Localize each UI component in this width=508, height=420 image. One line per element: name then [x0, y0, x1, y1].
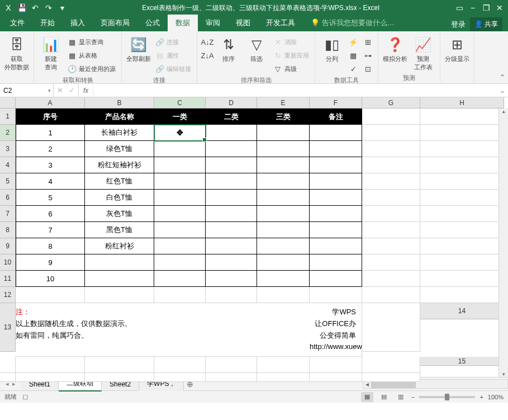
cell[interactable]: [310, 238, 362, 254]
cell[interactable]: [206, 287, 257, 303]
header-cat2[interactable]: 二类: [206, 108, 257, 125]
header-note[interactable]: 备注: [310, 108, 362, 125]
advanced-filter-button[interactable]: ▽高级: [272, 63, 310, 75]
cell[interactable]: [206, 254, 257, 271]
col-E[interactable]: E: [257, 97, 310, 108]
zoom-out-button[interactable]: −: [411, 394, 415, 400]
cell-A8[interactable]: 7: [16, 222, 85, 238]
header-cat3[interactable]: 三类: [257, 108, 310, 125]
cell-B11[interactable]: [85, 271, 154, 287]
cell-D2[interactable]: [206, 125, 257, 141]
view-pagebreak-button[interactable]: ▥: [395, 392, 407, 402]
cell-B4[interactable]: 粉红短袖衬衫: [85, 157, 154, 173]
filter-button[interactable]: ▽筛选: [244, 34, 269, 63]
header-cat1[interactable]: 一类: [154, 108, 206, 125]
cell[interactable]: [154, 206, 206, 222]
row-10[interactable]: 10: [0, 254, 16, 271]
cell[interactable]: [362, 287, 420, 303]
cell[interactable]: [257, 238, 310, 254]
cell[interactable]: [257, 254, 310, 271]
cell[interactable]: [154, 287, 206, 303]
spreadsheet-grid[interactable]: A B C D E F G H 1 序号 产品名称 一类 二类 三类 备注 2 …: [0, 97, 508, 382]
cell[interactable]: [362, 271, 420, 287]
collapse-ribbon-button[interactable]: ⌃: [497, 31, 508, 83]
formula-input[interactable]: [93, 84, 497, 97]
cell-A6[interactable]: 5: [16, 190, 85, 206]
macro-record-icon[interactable]: ▢: [22, 393, 28, 400]
cell-A11[interactable]: 10: [16, 271, 85, 287]
row-4[interactable]: 4: [0, 157, 16, 173]
row-9[interactable]: 9: [0, 238, 16, 254]
row-5[interactable]: 5: [0, 173, 16, 190]
col-H[interactable]: H: [420, 97, 504, 108]
recent-sources-button[interactable]: 🕐最近使用的源: [67, 63, 117, 75]
cell[interactable]: [154, 271, 206, 287]
remove-dup-button[interactable]: ▦: [348, 49, 359, 62]
cell[interactable]: [257, 141, 310, 157]
tab-dev[interactable]: 开发工具: [258, 15, 303, 31]
cell[interactable]: [257, 271, 310, 287]
tab-view[interactable]: 视图: [228, 15, 258, 31]
view-normal-button[interactable]: ▦: [361, 392, 373, 402]
flash-fill-button[interactable]: ⚡: [348, 36, 359, 48]
text-to-columns-button[interactable]: ▮▯分列: [320, 34, 344, 63]
expand-formula-button[interactable]: ⌄: [497, 84, 508, 97]
cell-A5[interactable]: 4: [16, 173, 85, 190]
tellme-input[interactable]: 💡 告诉我您想要做什么…: [303, 15, 402, 31]
cell-B7[interactable]: 灰色T恤: [85, 206, 154, 222]
cell[interactable]: [257, 157, 310, 173]
new-query-button[interactable]: 📊新建 查询: [39, 34, 63, 72]
restore-button[interactable]: ❐: [480, 2, 492, 14]
manage-model-button[interactable]: ⊡: [362, 63, 373, 75]
col-D[interactable]: D: [206, 97, 257, 108]
cell[interactable]: [154, 254, 206, 271]
cell[interactable]: [420, 108, 504, 125]
header-name[interactable]: 产品名称: [85, 108, 154, 125]
cell[interactable]: [257, 222, 310, 238]
cell[interactable]: [310, 254, 362, 271]
cell-B6[interactable]: 白色T恤: [85, 190, 154, 206]
cell[interactable]: [420, 238, 504, 254]
cell-A4[interactable]: 3: [16, 157, 85, 173]
cell[interactable]: [362, 157, 420, 173]
row-6[interactable]: 6: [0, 190, 16, 206]
cell[interactable]: [154, 173, 206, 190]
cell-A2[interactable]: 1: [16, 125, 85, 141]
cell[interactable]: [420, 141, 504, 157]
cell-F2[interactable]: [310, 125, 362, 141]
cell[interactable]: [85, 373, 154, 382]
cell[interactable]: [420, 271, 504, 287]
cell[interactable]: [362, 238, 420, 254]
cell[interactable]: [420, 254, 504, 271]
cell[interactable]: [154, 357, 206, 373]
select-all-corner[interactable]: [0, 97, 16, 108]
zoom-in-button[interactable]: +: [479, 394, 483, 400]
zoom-level[interactable]: 100%: [488, 394, 504, 400]
view-layout-button[interactable]: ▤: [378, 392, 390, 402]
cell[interactable]: [154, 190, 206, 206]
cell-B2[interactable]: 长袖白衬衫: [85, 125, 154, 141]
cell[interactable]: [206, 190, 257, 206]
col-G[interactable]: G: [362, 97, 420, 108]
cell[interactable]: [206, 271, 257, 287]
cell[interactable]: [362, 108, 420, 125]
header-seq[interactable]: 序号: [16, 108, 85, 125]
cell[interactable]: [206, 141, 257, 157]
cell[interactable]: [206, 206, 257, 222]
cell[interactable]: [0, 357, 16, 373]
cell[interactable]: [85, 357, 154, 373]
sort-za-button[interactable]: Z↓A: [202, 49, 213, 62]
row-12[interactable]: 12: [0, 287, 16, 303]
sort-button[interactable]: ⇅排序: [216, 34, 241, 63]
row-15[interactable]: 15: [420, 357, 504, 366]
zoom-slider[interactable]: [419, 396, 475, 398]
cell[interactable]: [16, 373, 85, 382]
redo-button[interactable]: ↷: [42, 2, 55, 14]
cell[interactable]: [362, 190, 420, 206]
cell[interactable]: [257, 190, 310, 206]
cell[interactable]: [16, 357, 85, 373]
cell[interactable]: [154, 157, 206, 173]
outline-button[interactable]: ⊞分级显示: [445, 34, 469, 63]
cell[interactable]: [310, 173, 362, 190]
name-box[interactable]: C2: [0, 84, 54, 97]
